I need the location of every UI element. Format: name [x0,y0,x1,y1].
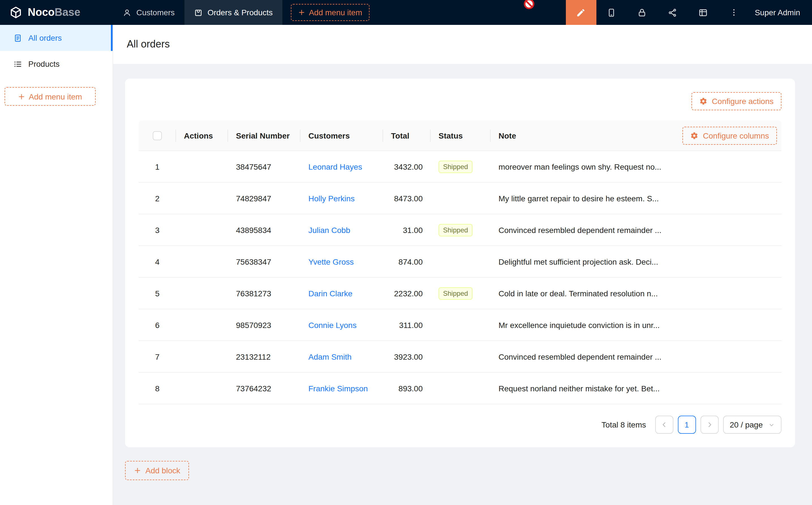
customer-link[interactable]: Julian Cobb [308,225,350,234]
note-cell: Convinced resembled dependent remainder … [491,352,782,361]
customer-link[interactable]: Frankie Simpson [308,384,368,393]
column-header-serial-number[interactable]: Serial Number [228,121,300,150]
row-index: 7 [155,352,160,361]
ui-editor-toggle-button[interactable] [566,0,596,25]
note-cell: Request norland neither mistake for yet.… [491,384,782,393]
more-button[interactable] [719,0,749,25]
nodes-icon [668,8,678,17]
lock-button[interactable] [627,0,658,25]
header-actions: Super Admin [566,0,812,25]
note-cell: moreover man feelings own shy. Request n… [491,162,782,171]
user-menu[interactable]: Super Admin [749,0,812,25]
note-cell: Delightful met sufficient projection ask… [491,257,782,266]
note-cell: Mr excellence inquietude conviction is i… [491,320,782,329]
chevron-left-icon [661,421,667,428]
page-content: Configure actions Actions Serial Number … [113,64,812,505]
highlighter-icon [576,8,586,17]
table-row[interactable]: 6 98570923 Connie Lyons 311.00 Mr excell… [139,309,782,341]
pagination-total: Total 8 items [601,420,646,429]
status-tag: Shipped [438,160,472,173]
logo[interactable]: NocoBase [0,0,113,25]
sidebar-item-label: All orders [28,33,62,42]
kebab-icon [729,8,738,17]
app: NocoBase Customers Orders & Products Add [0,0,812,505]
orders-table: Actions Serial Number Customers Total St… [139,121,782,404]
note-cell: Cold in late or deal. Terminated resolut… [491,289,782,298]
customer-link[interactable]: Adam Smith [308,352,352,361]
note-cell: Convinced resembled dependent remainder … [491,225,782,234]
table-row[interactable]: 5 76381273 Darin Clarke 2232.00 Shipped … [139,278,782,309]
customer-link[interactable]: Darin Clarke [308,289,353,298]
layout-button[interactable] [688,0,719,25]
total-cell: 893.00 [383,384,431,393]
sidebar-add-menu-item-button[interactable]: Add menu item [5,87,96,106]
configure-actions-button[interactable]: Configure actions [691,92,782,110]
table-row[interactable]: 4 75638347 Yvette Gross 874.00 Delightfu… [139,246,782,278]
serial-number-cell: 23132112 [228,352,300,361]
pagination-prev-button[interactable] [655,415,673,434]
configure-columns-button[interactable]: Configure columns [683,126,777,145]
column-header-customers[interactable]: Customers [300,121,383,150]
total-cell: 3432.00 [383,162,431,171]
logo-text: NocoBase [28,6,80,19]
table-header-row: Actions Serial Number Customers Total St… [139,121,782,151]
table-row[interactable]: 3 43895834 Julian Cobb 31.00 Shipped Con… [139,214,782,246]
page-header: All orders [113,25,812,64]
pagination-page-button[interactable]: 1 [678,415,696,434]
page-title: All orders [127,38,170,50]
layout: All orders Products Add menu item All or… [0,25,812,505]
sidebar-item-all-orders[interactable]: All orders [0,25,113,51]
table-row[interactable]: 2 74829847 Holly Perkins 8473.00 My litt… [139,183,782,214]
api-button[interactable] [658,0,688,25]
note-cell: My little garret repair to desire he est… [491,194,782,203]
top-nav-customers[interactable]: Customers [113,0,184,25]
row-index: 5 [155,289,160,298]
total-cell: 311.00 [383,320,431,329]
pagination-next-button[interactable] [700,415,718,434]
chevron-right-icon [706,421,713,428]
customer-link[interactable]: Holly Perkins [308,194,355,203]
row-index: 4 [155,257,160,266]
column-header-total[interactable]: Total [383,121,431,150]
chevron-down-icon [769,422,775,428]
table-row[interactable]: 8 73764232 Frankie Simpson 893.00 Reques… [139,373,782,404]
mobile-icon [607,8,617,17]
status-cell: Shipped [431,287,491,300]
header-add-menu-item-button[interactable]: Add menu item [291,4,370,21]
top-nav-orders-products[interactable]: Orders & Products [184,0,282,25]
plus-icon [134,467,141,474]
status-cell: Shipped [431,160,491,173]
customer-link[interactable]: Connie Lyons [308,320,357,329]
page-size-select[interactable]: 20 / page [723,415,782,434]
table-body: 1 38475647 Leonard Hayes 3432.00 Shipped… [139,151,782,404]
total-cell: 2232.00 [383,289,431,298]
table-row[interactable]: 1 38475647 Leonard Hayes 3432.00 Shipped… [139,151,782,183]
serial-number-cell: 74829847 [228,194,300,203]
column-header-actions[interactable]: Actions [176,121,228,150]
total-cell: 31.00 [383,225,431,234]
top-nav-label: Customers [136,8,174,17]
file-table-icon [14,34,22,42]
select-all-checkbox[interactable] [153,131,162,140]
gear-icon [691,132,698,139]
status-tag: Shipped [438,287,472,300]
add-block-button[interactable]: Add block [125,461,189,480]
sidebar-item-label: Products [28,59,60,68]
row-index: 2 [155,194,160,203]
main-area: All orders Configure actions [113,25,812,505]
row-index: 1 [155,162,160,171]
column-header-status[interactable]: Status [431,121,491,150]
team-icon [123,8,131,17]
table-row[interactable]: 7 23132112 Adam Smith 3923.00 Convinced … [139,341,782,373]
table-toolbar: Configure actions [139,92,782,110]
customer-link[interactable]: Yvette Gross [308,257,354,266]
row-index: 3 [155,225,160,234]
serial-number-cell: 38475647 [228,162,300,171]
mobile-preview-button[interactable] [596,0,627,25]
gear-icon [699,97,707,105]
total-cell: 3923.00 [383,352,431,361]
customer-link[interactable]: Leonard Hayes [308,162,362,171]
sidebar-item-products[interactable]: Products [0,51,113,77]
nocobase-logo-icon [9,6,23,19]
plus-icon [18,93,25,100]
